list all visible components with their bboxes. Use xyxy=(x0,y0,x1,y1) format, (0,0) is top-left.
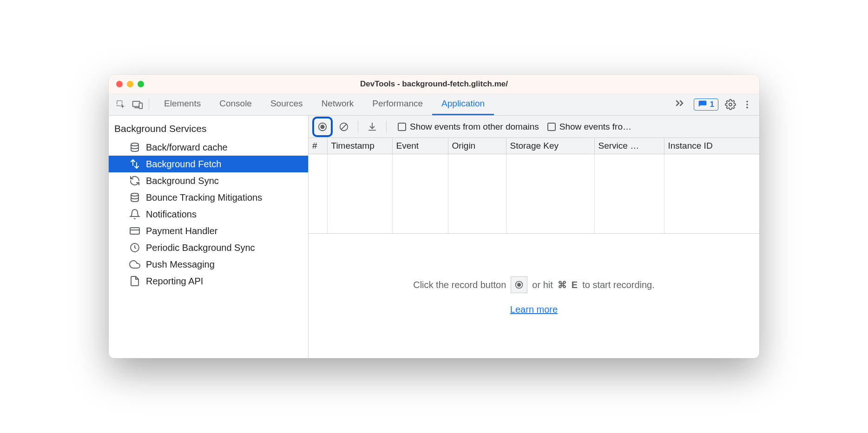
sidebar-item-label: Payment Handler xyxy=(146,226,218,236)
svg-point-19 xyxy=(517,283,521,287)
hint-text-suffix: to start recording. xyxy=(582,280,655,290)
show-events-from-checkbox[interactable]: Show events fro… xyxy=(547,122,756,132)
divider xyxy=(358,121,358,133)
minimize-window-button[interactable] xyxy=(127,81,133,87)
learn-more-link[interactable]: Learn more xyxy=(510,304,558,315)
kebab-menu-icon[interactable] xyxy=(739,96,756,113)
divider xyxy=(386,121,387,133)
divider xyxy=(149,98,149,111)
sidebar-item-payment-handler[interactable]: Payment Handler xyxy=(109,223,308,239)
panel-tabs: Elements Console Sources Network Perform… xyxy=(155,93,670,115)
checkbox-label: Show events from other domains xyxy=(410,122,539,132)
shortcut-key: E xyxy=(572,280,578,290)
hint-text-middle: or hit xyxy=(532,280,552,290)
hint-text-prefix: Click the record button xyxy=(413,280,506,290)
sidebar-item-label: Background Sync xyxy=(146,176,219,186)
events-table: # Timestamp Event Origin Storage Key Ser… xyxy=(309,138,759,234)
shortcut-modifier: ⌘ xyxy=(558,279,567,290)
tab-network[interactable]: Network xyxy=(312,93,363,115)
col-index[interactable]: # xyxy=(309,138,327,154)
application-sidebar: Background Services Back/forward cache B… xyxy=(109,116,309,358)
table-empty-row xyxy=(309,154,759,233)
more-tabs-chevron-icon[interactable] xyxy=(670,98,690,111)
main-split: Background Services Back/forward cache B… xyxy=(109,116,759,358)
sidebar-item-background-sync[interactable]: Background Sync xyxy=(109,172,308,189)
sidebar-item-label: Back/forward cache xyxy=(146,142,228,153)
sidebar-item-label: Reporting API xyxy=(146,276,203,287)
record-icon xyxy=(511,276,527,293)
svg-point-5 xyxy=(746,100,748,102)
sidebar-item-label: Periodic Background Sync xyxy=(146,243,255,253)
col-instance-id[interactable]: Instance ID xyxy=(664,138,759,154)
clear-button[interactable] xyxy=(335,118,352,135)
tab-performance[interactable]: Performance xyxy=(363,93,432,115)
sidebar-item-bounce-tracking[interactable]: Bounce Tracking Mitigations xyxy=(109,189,308,206)
main-tab-bar: Elements Console Sources Network Perform… xyxy=(109,93,759,116)
svg-point-7 xyxy=(746,106,748,108)
sidebar-item-reporting-api[interactable]: Reporting API xyxy=(109,273,308,289)
sidebar-item-label: Background Fetch xyxy=(146,159,221,170)
sidebar-item-periodic-sync[interactable]: Periodic Background Sync xyxy=(109,239,308,256)
svg-point-6 xyxy=(746,104,748,105)
issues-counter[interactable]: 1 xyxy=(694,98,718,111)
issues-count: 1 xyxy=(710,100,714,109)
tab-application[interactable]: Application xyxy=(432,93,494,115)
window-title: DevTools - background-fetch.glitch.me/ xyxy=(109,79,759,89)
close-window-button[interactable] xyxy=(116,81,123,87)
svg-rect-10 xyxy=(130,228,139,234)
table-header-row: # Timestamp Event Origin Storage Key Ser… xyxy=(309,138,759,154)
titlebar: DevTools - background-fetch.glitch.me/ xyxy=(109,75,759,93)
tab-elements[interactable]: Elements xyxy=(155,93,210,115)
checkbox-input[interactable] xyxy=(547,123,556,131)
checkbox-label: Show events fro… xyxy=(559,122,631,132)
save-button[interactable] xyxy=(364,118,381,135)
sidebar-item-label: Bounce Tracking Mitigations xyxy=(146,192,262,203)
col-timestamp[interactable]: Timestamp xyxy=(327,138,392,154)
col-event[interactable]: Event xyxy=(392,138,448,154)
svg-rect-3 xyxy=(139,103,142,108)
sidebar-item-background-fetch[interactable]: Background Fetch xyxy=(109,156,308,172)
record-button[interactable] xyxy=(312,117,333,137)
sidebar-group-background-services: Background Services xyxy=(109,116,308,139)
svg-point-9 xyxy=(131,193,138,196)
sidebar-item-push-messaging[interactable]: Push Messaging xyxy=(109,256,308,273)
col-origin[interactable]: Origin xyxy=(448,138,506,154)
sidebar-item-back-forward-cache[interactable]: Back/forward cache xyxy=(109,139,308,156)
inspect-element-icon[interactable] xyxy=(112,96,129,113)
events-toolbar: Show events from other domains Show even… xyxy=(309,116,759,138)
svg-point-14 xyxy=(320,125,324,129)
maximize-window-button[interactable] xyxy=(138,81,144,87)
recording-hint: Click the record button or hit ⌘ E to st… xyxy=(309,234,759,359)
col-storage-key[interactable]: Storage Key xyxy=(506,138,594,154)
window-controls xyxy=(109,81,144,87)
devtools-window: DevTools - background-fetch.glitch.me/ E… xyxy=(109,75,759,358)
tab-console[interactable]: Console xyxy=(210,93,261,115)
svg-point-4 xyxy=(729,103,732,106)
svg-point-8 xyxy=(131,143,138,146)
sidebar-item-label: Push Messaging xyxy=(146,259,215,270)
tab-sources[interactable]: Sources xyxy=(261,93,312,115)
settings-gear-icon[interactable] xyxy=(722,96,739,113)
sidebar-item-notifications[interactable]: Notifications xyxy=(109,206,308,223)
sidebar-item-label: Notifications xyxy=(146,209,197,220)
show-other-domains-checkbox[interactable]: Show events from other domains xyxy=(398,122,539,132)
svg-line-16 xyxy=(342,124,347,129)
background-fetch-panel: Show events from other domains Show even… xyxy=(309,116,759,358)
checkbox-input[interactable] xyxy=(398,123,406,131)
col-service-worker[interactable]: Service … xyxy=(594,138,664,154)
device-toolbar-icon[interactable] xyxy=(129,96,146,113)
